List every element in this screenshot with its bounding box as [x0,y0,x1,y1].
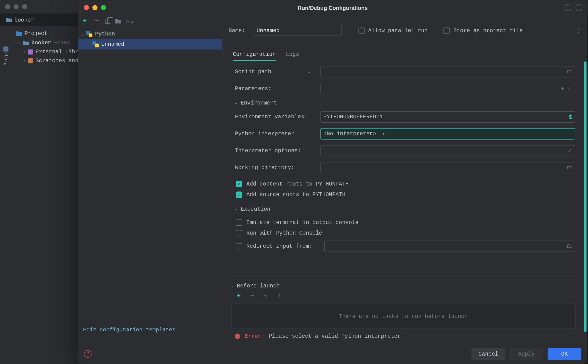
edit-templates-link[interactable]: Edit configuration templates… [78,318,222,344]
config-group-python[interactable]: ⌄ Python [78,29,222,39]
vertical-scrollbar[interactable] [584,61,587,332]
chevron-right-icon: › [18,41,20,45]
add-config-button[interactable]: + [81,18,88,25]
parallel-run-label: Allow parallel run [368,27,428,33]
remove-config-button[interactable]: − [93,18,100,25]
project-root-name: booker [31,40,51,46]
store-file-label: Store as project file [453,27,523,33]
breadcrumb-project: booker [14,17,34,23]
run-console-option[interactable]: Run with Python Console [235,228,575,238]
redirect-input-option[interactable]: Redirect input from: 🗀 [235,238,575,254]
parameters-input[interactable]: + ⤢ [320,83,575,94]
reload-icon[interactable] [564,4,571,11]
chevron-down-icon: ⌄ [81,32,84,36]
store-file-checkbox[interactable] [444,27,450,33]
expand-icon[interactable]: ⤢ [568,148,572,154]
window-zoom-button[interactable] [101,5,106,10]
window-minimize-button[interactable] [92,5,98,10]
window-close-button[interactable] [84,5,89,10]
plus-icon[interactable]: + [561,85,564,92]
env-vars-label: Environment variables: [235,114,315,120]
before-launch-empty: There are no tasks to run before launch [231,304,575,329]
expand-icon[interactable]: ⤢ [568,85,572,92]
interp-opts-label: Interpreter options: [235,148,315,154]
browse-folder-icon[interactable]: 🗀 [567,69,572,75]
mac-close-dummy [5,4,10,9]
scratch-icon [28,58,33,63]
before-launch-toolbar: + − ✎ ↑ ↓ [231,290,575,304]
add-content-roots-option[interactable]: Add content roots to PYTHONPATH [235,179,575,189]
name-input[interactable] [253,25,342,36]
browse-folder-icon[interactable]: 🗀 [567,243,572,249]
scratches-label: Scratches and [35,58,79,64]
dialog-titlebar[interactable]: Run/Debug Configurations [78,0,587,15]
execution-section[interactable]: ⌄ Execution [235,206,575,212]
add-source-label: Add source roots to PYTHONPATH [246,192,345,198]
working-dir-label: Working directory: [235,164,315,171]
tool-rail: Project Structure Bookmarks [0,26,12,364]
copy-config-button[interactable] [105,19,110,24]
chevron-down-icon[interactable]: ⌄ [308,69,310,74]
script-path-label: Script path: [235,69,275,75]
add-source-roots-checkbox[interactable] [236,192,242,198]
config-item-unnamed[interactable]: Unnamed [78,39,222,50]
move-up-button[interactable]: ↑ [276,292,283,299]
config-group-label: Python [95,31,115,37]
parameters-label: Parameters: [235,85,315,92]
script-path-input[interactable]: 🗀 [320,66,575,78]
form-scroll-region[interactable]: Script path: ⌄ 🗀 Parameters: + ⤢ [229,61,581,276]
cancel-button[interactable]: Cancel [471,348,505,360]
interp-opts-input[interactable]: ⤢ [320,145,575,157]
edit-task-button[interactable]: ✎ [263,292,269,299]
chevron-down-icon: ⌄ [231,284,234,288]
config-tree[interactable]: ⌄ Python Unnamed [78,27,222,318]
chevron-down-icon: ⌄ [50,31,53,36]
rail-project[interactable]: Project [3,46,8,65]
new-folder-button[interactable] [115,19,121,24]
config-list-panel: + − A↓Z ⌄ Python Unnamed Edit configurat… [78,15,223,344]
emulate-terminal-checkbox[interactable] [236,219,242,226]
redirect-input-checkbox[interactable] [236,243,242,249]
interpreter-select[interactable]: <No interpreter> ▼ [320,128,575,140]
tab-configuration[interactable]: Configuration [233,49,276,61]
add-content-roots-checkbox[interactable] [236,181,242,187]
apply-button[interactable]: Apply [509,348,543,360]
settings-icon[interactable] [575,4,582,11]
before-launch-section[interactable]: ⌄ Before launch [231,283,575,289]
help-button[interactable]: ? [84,350,92,358]
interpreter-value: <No interpreter> [323,130,376,137]
redirect-input-path[interactable]: 🗀 [324,240,575,252]
error-message: Please select a valid Python interpreter [269,333,401,340]
external-libs-label: External Libr [35,49,79,55]
run-console-label: Run with Python Console [246,230,322,236]
parallel-run-checkbox[interactable] [358,27,365,33]
remove-task-button[interactable]: − [249,292,256,299]
add-task-button[interactable]: + [236,292,242,299]
move-down-button[interactable]: ↓ [290,292,296,299]
dialog-title: Run/Debug Configurations [298,5,368,11]
form-tabs: Configuration Logs [229,40,581,61]
parallel-run-option[interactable]: Allow parallel run [358,27,428,33]
store-file-option[interactable]: Store as project file [444,27,523,33]
env-vars-input[interactable]: PYTHONUNBUFFERED=1 $ [320,111,575,123]
working-dir-input[interactable]: 🗀 [320,162,575,174]
browse-folder-icon[interactable]: 🗀 [567,164,572,171]
ok-button[interactable]: OK [548,348,581,360]
chevron-down-icon: ⌄ [235,101,237,105]
error-banner: Error: Please select a valid Python inte… [229,329,581,344]
config-form: Name: Allow parallel run Store as projec… [223,15,588,344]
sort-button[interactable]: A↓Z [126,19,134,24]
add-content-label: Add content roots to PYTHONPATH [246,181,349,187]
mac-max-dummy [22,4,27,9]
env-edit-icon[interactable]: $ [568,114,572,120]
before-launch-label: Before launch [237,283,280,289]
tab-logs[interactable]: Logs [286,49,299,61]
error-prefix: Error: [245,333,264,340]
emulate-terminal-option[interactable]: Emulate terminal in output console [235,217,575,228]
more-options-icon[interactable]: ⋮ [575,27,581,34]
run-console-checkbox[interactable] [236,230,242,236]
add-source-roots-option[interactable]: Add source roots to PYTHONPATH [235,189,575,200]
mac-min-dummy [14,4,19,9]
environment-section[interactable]: ⌄ Environment [235,100,575,106]
interpreter-dropdown-button[interactable]: ▼ [379,129,388,139]
